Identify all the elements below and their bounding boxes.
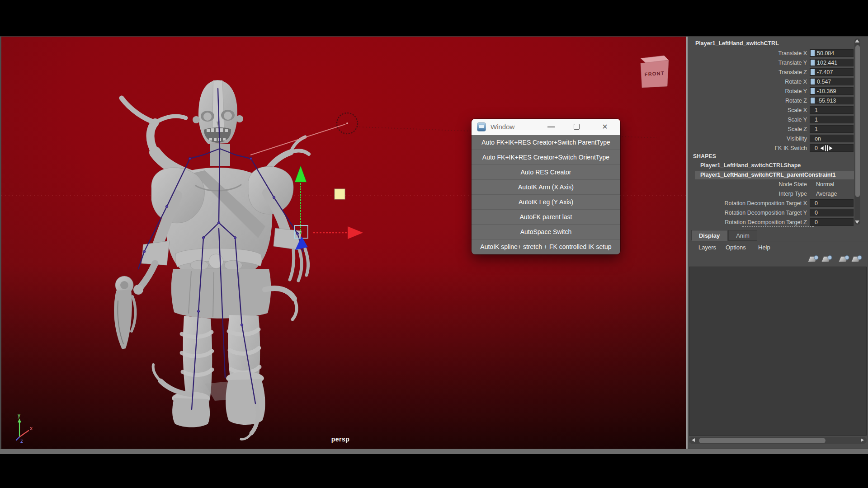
- maximize-icon[interactable]: [574, 124, 580, 130]
- layer-editor-tabbar: Display Anim: [688, 230, 868, 241]
- channel-label[interactable]: Rotate Z: [726, 97, 807, 105]
- layer-editor-menubar: Layers Options Help: [688, 243, 868, 253]
- shape-node-item-selected[interactable]: Player1_LeftHand_switchCTRL_parentConstr…: [695, 171, 854, 179]
- y-axis-arrowhead[interactable]: [295, 166, 307, 182]
- channel-value: 0: [815, 145, 818, 151]
- tool-window[interactable]: Window ✕ Auto FK+IK+RES Creator+Switch P…: [472, 119, 620, 254]
- channel-box-panel: Player1_LeftHand_switchCTRL Translate X …: [688, 37, 868, 449]
- window-title: Window: [491, 123, 514, 131]
- attribute-label[interactable]: Interp Type: [692, 190, 807, 198]
- selection-handle-square[interactable]: [335, 189, 345, 199]
- channel-label[interactable]: Scale X: [726, 106, 807, 114]
- menu-item-autoik-spline[interactable]: AutoIK spline+ stretch + FK controlled I…: [472, 239, 620, 254]
- scroll-right-icon[interactable]: [861, 438, 864, 442]
- channel-value-field[interactable]: -55.913: [810, 97, 854, 104]
- attribute-value-field[interactable]: 0: [810, 218, 854, 226]
- scroll-left-icon[interactable]: [692, 438, 695, 442]
- channel-label[interactable]: Scale Z: [726, 125, 807, 133]
- main-window: FRONT y x z persp Player1_LeftHand_switc…: [0, 36, 868, 449]
- section-splitter-handle[interactable]: [742, 226, 814, 227]
- selected-node-name[interactable]: Player1_LeftHand_switchCTRL: [695, 40, 779, 47]
- channel-label[interactable]: Rotate Y: [726, 87, 807, 95]
- key-indicator: [811, 60, 815, 66]
- attribute-value-field[interactable]: 0: [810, 209, 854, 216]
- menu-layers[interactable]: Layers: [698, 243, 716, 253]
- create-empty-layer-icon[interactable]: [807, 256, 817, 262]
- attribute-label[interactable]: Node State: [692, 180, 807, 188]
- channel-value-field[interactable]: 1: [810, 116, 854, 123]
- menu-help[interactable]: Help: [758, 243, 770, 253]
- channel-value-field[interactable]: -10.369: [810, 87, 854, 95]
- shapes-header: SHAPES: [693, 153, 716, 160]
- attribute-label[interactable]: Rotation Decomposition Target X: [692, 199, 807, 207]
- create-layer-from-selected-icon[interactable]: [821, 256, 831, 262]
- channel-value-field[interactable]: 1: [810, 125, 854, 133]
- close-icon[interactable]: ✕: [600, 122, 610, 132]
- channel-value-field[interactable]: 0.547: [810, 78, 854, 85]
- attribute-enum-value[interactable]: Average: [816, 190, 837, 198]
- scroll-up-icon[interactable]: [855, 39, 859, 42]
- channel-value: 1: [815, 117, 818, 123]
- axis-z-label: z: [20, 438, 23, 444]
- channel-label[interactable]: Translate X: [726, 49, 807, 57]
- horizontal-drag-cursor-icon: [820, 144, 833, 152]
- window-titlebar[interactable]: Window ✕: [472, 119, 620, 135]
- constraint-row: Rotation Decomposition Target X 0: [688, 199, 868, 208]
- menu-options[interactable]: Options: [726, 243, 746, 253]
- channel-value: 1: [815, 107, 818, 113]
- shape-node-item[interactable]: Player1_LeftHand_switchCTRLShape: [700, 162, 801, 169]
- menu-item-autoik-arm[interactable]: AutoIK Arm (X Axis): [472, 180, 620, 195]
- remove-selected-from-layer-icon[interactable]: [851, 256, 861, 262]
- constraint-row: Interp Type Average: [688, 190, 868, 199]
- axis-x-label: x: [30, 425, 33, 432]
- key-indicator: [811, 98, 815, 103]
- menu-item-autofkik-orienttype[interactable]: Auto FK+IK+RES Creator+Switch OrientType: [472, 150, 620, 165]
- channel-row: Scale Z 1: [688, 125, 868, 134]
- axis-gizmo: y x z: [16, 412, 33, 444]
- tab-anim[interactable]: Anim: [728, 230, 757, 241]
- channel-value-field[interactable]: on: [810, 135, 854, 142]
- menu-item-auto-res-creator[interactable]: Auto RES Creator: [472, 165, 620, 180]
- menu-item-autofkik-parenttype[interactable]: Auto FK+IK+RES Creator+Switch ParentType: [472, 135, 620, 150]
- attribute-enum-value[interactable]: Normal: [816, 180, 834, 188]
- menu-item-autofk-parent-last[interactable]: AutoFK parent last: [472, 210, 620, 225]
- attribute-value-field[interactable]: 0: [810, 199, 854, 207]
- badge: [827, 255, 832, 260]
- x-axis-arrowhead[interactable]: [348, 226, 363, 239]
- attribute-value: 0: [815, 200, 818, 206]
- channel-value-field[interactable]: 50.084: [810, 49, 854, 57]
- channel-label[interactable]: Translate Y: [726, 59, 807, 67]
- channel-value-field[interactable]: 1: [810, 106, 854, 114]
- channel-label[interactable]: Scale Y: [726, 116, 807, 124]
- axis-y-label: y: [18, 412, 20, 418]
- channel-row: Scale X 1: [688, 106, 868, 115]
- channel-label[interactable]: Rotate X: [726, 78, 807, 86]
- move-manipulator[interactable]: [294, 166, 363, 250]
- menu-item-autospace-switch[interactable]: AutoSpace Switch: [472, 225, 620, 239]
- scrollbar-thumb[interactable]: [855, 45, 860, 197]
- channel-row: Visibility on: [688, 135, 868, 144]
- add-selected-to-layer-icon[interactable]: [838, 256, 848, 262]
- character-model[interactable]: [114, 80, 309, 439]
- tab-display[interactable]: Display: [691, 230, 727, 241]
- channel-value: -55.913: [817, 98, 836, 104]
- key-indicator: [811, 50, 815, 56]
- left-horn-tentacle: [122, 98, 196, 178]
- channel-value-field[interactable]: 102.441: [810, 59, 854, 66]
- channel-row: Rotate Z -55.913: [688, 97, 868, 106]
- view-cube[interactable]: FRONT: [641, 56, 669, 88]
- weapon-claw: [114, 276, 135, 349]
- attribute-label[interactable]: Rotation Decomposition Target Z: [692, 218, 807, 226]
- attribute-label[interactable]: Rotation Decomposition Target Y: [692, 209, 807, 217]
- channel-label[interactable]: Visibility: [726, 135, 807, 143]
- window-bottom-edge: [0, 449, 868, 454]
- badge: [857, 255, 862, 260]
- layer-list-empty[interactable]: [689, 267, 867, 436]
- menu-item-autoik-leg[interactable]: AutoIK Leg (Y Axis): [472, 195, 620, 210]
- minimize-icon[interactable]: [547, 127, 555, 127]
- channel-label[interactable]: Translate Z: [726, 68, 807, 76]
- channel-label[interactable]: FK IK Switch: [726, 144, 807, 152]
- layer-horizontal-scrollbar[interactable]: [689, 437, 867, 444]
- channel-value-field[interactable]: -7.407: [810, 68, 854, 76]
- scrollbar-thumb[interactable]: [699, 438, 826, 443]
